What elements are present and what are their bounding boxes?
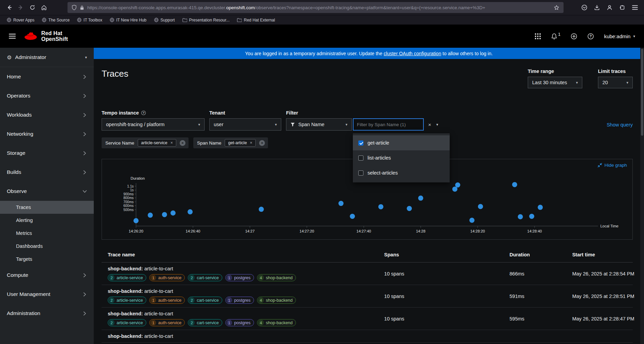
hide-graph-link[interactable]: Hide graph: [598, 163, 627, 168]
sidebar-item-traces[interactable]: Traces: [0, 201, 94, 214]
limit-select[interactable]: 20 ▾: [598, 77, 633, 88]
span-name-filter-input[interactable]: [353, 118, 424, 131]
sidebar-item-user-management[interactable]: User Management: [0, 285, 94, 304]
badge-count: 1: [150, 275, 156, 281]
trace-point[interactable]: [339, 201, 344, 206]
bookmark-item[interactable]: IT New Hire Hub: [107, 17, 149, 24]
downloads-icon[interactable]: [591, 2, 603, 13]
bookmark-item[interactable]: IT Toolbox: [74, 17, 105, 24]
trace-point[interactable]: [455, 182, 460, 188]
back-button[interactable]: [3, 2, 15, 13]
app-launcher-icon[interactable]: [535, 33, 541, 40]
sidebar-item-workloads[interactable]: Workloads: [0, 105, 94, 124]
page-scrollbar[interactable]: [640, 48, 644, 344]
nav-toggle-icon[interactable]: [9, 33, 16, 39]
bookmark-item[interactable]: Red Hat External: [234, 17, 278, 24]
add-icon[interactable]: [571, 33, 577, 40]
span-option-list-articles[interactable]: list-articles: [353, 150, 450, 165]
sidebar-item-builds[interactable]: Builds: [0, 163, 94, 182]
checkbox-icon[interactable]: [358, 170, 363, 176]
clear-chip-group-icon[interactable]: ×: [259, 140, 265, 146]
trace-point[interactable]: [478, 204, 483, 209]
oauth-config-link[interactable]: cluster OAuth configuration: [384, 51, 441, 56]
forward-button[interactable]: [15, 2, 27, 13]
show-query-link[interactable]: Show query: [606, 122, 633, 128]
sidebar-item-home[interactable]: Home: [0, 67, 94, 86]
user-menu-label: kube:admin: [604, 33, 631, 39]
perspective-switcher[interactable]: ⚙ Administrator ▾: [0, 48, 94, 67]
trace-point[interactable]: [518, 214, 523, 219]
bookmark-star-icon[interactable]: [554, 5, 559, 11]
notifications-button[interactable]: 1: [551, 33, 560, 40]
col-spans[interactable]: Spans: [384, 252, 510, 257]
main-content: You are logged in as a temporary adminis…: [94, 48, 644, 344]
col-duration[interactable]: Duration: [510, 252, 572, 257]
sidebar-item-targets[interactable]: Targets: [0, 253, 94, 266]
time-range-select[interactable]: Last 30 minutes ▾: [528, 77, 582, 88]
trace-point[interactable]: [134, 218, 139, 223]
sidebar-item-storage[interactable]: Storage: [0, 144, 94, 163]
home-button[interactable]: [38, 2, 50, 13]
table-row[interactable]: shop-backend: article-to-cart2article-se…: [102, 263, 633, 285]
trace-point[interactable]: [469, 218, 475, 223]
url-bar[interactable]: https://console-openshift-console.apps.e…: [68, 2, 564, 13]
trace-point[interactable]: [148, 213, 153, 218]
sidebar-item-alerting[interactable]: Alerting: [0, 214, 94, 227]
table-row[interactable]: shop-backend: article-to-cart: [102, 330, 633, 343]
reload-button[interactable]: [27, 2, 38, 13]
chip-group-service-name: Service Namearticle-service××: [102, 137, 189, 148]
sidebar-item-administration[interactable]: Administration: [0, 304, 94, 323]
trace-point[interactable]: [170, 210, 176, 215]
col-trace-name[interactable]: Trace name: [102, 252, 384, 257]
trace-point[interactable]: [418, 196, 423, 201]
checkbox-checked-icon[interactable]: [358, 140, 363, 146]
service-badge-postgres: 1postgres: [225, 319, 254, 326]
typeahead-caret-icon[interactable]: ▾: [436, 122, 438, 127]
sidebar-item-dashboards[interactable]: Dashboards: [0, 240, 94, 253]
field-help-icon[interactable]: ?: [141, 110, 146, 115]
span-option-get-article[interactable]: get-article: [353, 135, 450, 150]
sidebar-item-metrics[interactable]: Metrics: [0, 227, 94, 240]
col-start-time[interactable]: Start time: [572, 252, 633, 257]
scrollbar-thumb[interactable]: [641, 49, 643, 136]
trace-point[interactable]: [188, 209, 193, 214]
badge-service-name: auth-service: [158, 298, 181, 303]
user-menu[interactable]: kube:admin ▾: [604, 33, 635, 39]
pocket-icon[interactable]: [579, 2, 590, 13]
sidebar-item-observe[interactable]: Observe: [0, 182, 94, 201]
shield-icon[interactable]: [72, 5, 77, 10]
sidebar-item-operators[interactable]: Operators: [0, 86, 94, 105]
tempo-instance-select[interactable]: openshift-tracing / platform ▾: [102, 118, 205, 131]
trace-point[interactable]: [162, 212, 167, 217]
filter-attribute-select[interactable]: Span Name ▾: [286, 118, 352, 131]
badge-count: 1: [150, 297, 156, 303]
trace-point[interactable]: [378, 204, 384, 209]
trace-point[interactable]: [529, 214, 534, 219]
clear-chip-group-icon[interactable]: ×: [180, 140, 185, 146]
trace-point[interactable]: [538, 205, 543, 210]
menu-icon[interactable]: [629, 2, 641, 13]
help-icon[interactable]: ?: [587, 33, 594, 40]
table-row[interactable]: shop-backend: article-to-cart2article-se…: [102, 285, 633, 308]
remove-chip-icon[interactable]: ×: [170, 140, 173, 145]
sidebar-item-networking[interactable]: Networking: [0, 124, 94, 144]
extensions-icon[interactable]: [616, 2, 628, 13]
bookmark-item[interactable]: The Source: [39, 17, 72, 24]
svg-text:1.1s: 1.1s: [127, 184, 134, 188]
clear-input-icon[interactable]: ×: [428, 122, 431, 128]
account-icon[interactable]: [604, 2, 615, 13]
checkbox-icon[interactable]: [358, 155, 363, 161]
trace-point[interactable]: [407, 206, 412, 211]
sidebar-item-compute[interactable]: Compute: [0, 266, 94, 285]
trace-point[interactable]: [350, 214, 355, 219]
span-option-select-articles[interactable]: select-articles: [353, 165, 450, 180]
trace-point[interactable]: [259, 207, 264, 212]
remove-chip-icon[interactable]: ×: [250, 140, 252, 145]
table-row[interactable]: shop-backend: article-to-cart2article-se…: [102, 308, 633, 330]
trace-point[interactable]: [512, 182, 517, 187]
tenant-select[interactable]: user ▾: [209, 118, 281, 131]
bookmark-item[interactable]: Support: [151, 17, 178, 24]
lock-icon[interactable]: [80, 5, 84, 10]
bookmark-item[interactable]: Rover Apps: [4, 17, 37, 24]
bookmark-item[interactable]: Presentation Resour...: [180, 17, 233, 24]
